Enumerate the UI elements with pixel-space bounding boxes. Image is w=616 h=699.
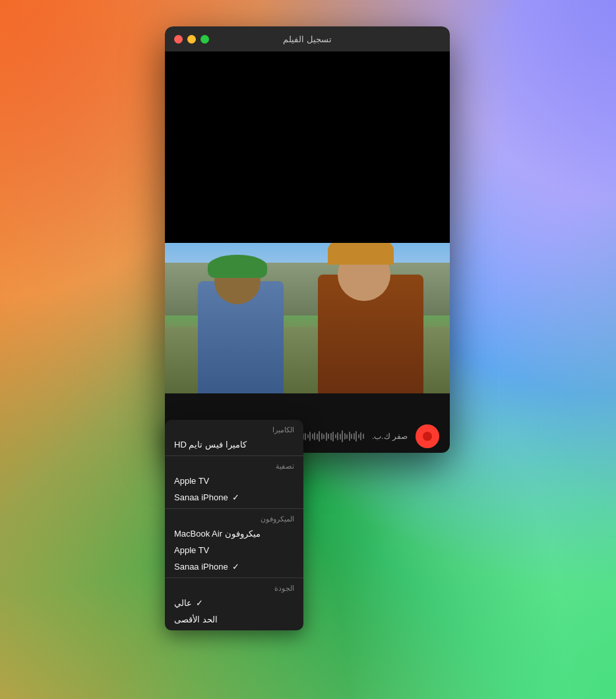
waveform-bar: [309, 432, 311, 441]
video-preview-black: [165, 51, 450, 243]
person-1-hat: [328, 243, 394, 265]
waveform-bar: [342, 430, 343, 442]
mic-section: الميكروفون ميكروفون MacBook Air Apple TV…: [165, 509, 303, 578]
record-button[interactable]: [416, 424, 439, 448]
video-bottom-bar: [165, 393, 450, 420]
waveform-bar: [319, 431, 320, 442]
waveform-bar: [317, 434, 318, 440]
waveform-bar: [314, 432, 315, 440]
waveform-bar: [363, 434, 364, 439]
video-inner: [165, 243, 450, 393]
camera-facetime-label: كاميرا فيس تايم HD: [174, 440, 247, 449]
waveform-bar: [323, 434, 324, 439]
menu-item-quality-high[interactable]: عالي: [165, 595, 303, 611]
quality-section: الجودة عالي الحد الأقصى: [165, 578, 303, 630]
menu-item-filter-sanaa[interactable]: Sanaa iPhone: [165, 489, 303, 506]
menu-item-mic-sanaa[interactable]: Sanaa iPhone: [165, 558, 303, 575]
filter-appletv-label: Apple TV: [174, 476, 209, 486]
waveform-bar: [355, 431, 357, 442]
titlebar: تسجيل الفيلم: [165, 26, 450, 51]
person-1: [305, 255, 437, 393]
quality-max-label: الحد الأقصى: [174, 615, 218, 624]
menu-item-mic-macbook[interactable]: ميكروفون MacBook Air: [165, 525, 303, 542]
filter-section: تصفية Apple TV Sanaa iPhone: [165, 456, 303, 509]
window-frame: تسجيل الفيلم: [165, 26, 450, 453]
record-icon: [423, 432, 432, 441]
mic-appletv-label: Apple TV: [174, 545, 209, 555]
waveform-bar: [326, 432, 327, 441]
quality-high-label: عالي: [174, 598, 192, 608]
camera-section: الكاميرا كاميرا فيس تايم HD: [165, 420, 303, 456]
menu-item-camera-facetime[interactable]: كاميرا فيس تايم HD: [165, 436, 303, 453]
waveform-bar: [321, 433, 323, 440]
menu-item-mic-appletv[interactable]: Apple TV: [165, 542, 303, 558]
waveform-bar: [330, 433, 332, 440]
filter-sanaa-label: Sanaa iPhone: [174, 492, 228, 502]
person-2-headwrap: [208, 255, 267, 278]
mic-macbook-label: ميكروفون MacBook Air: [174, 529, 261, 539]
waveform-bar: [349, 432, 350, 441]
dropdown-menu: الكاميرا كاميرا فيس تايم HD تصفية Apple …: [165, 420, 303, 630]
waveform-bar: [337, 432, 338, 440]
mic-section-header: الميكروفون: [165, 512, 303, 525]
menu-item-quality-max[interactable]: الحد الأقصى: [165, 611, 303, 628]
camera-section-header: الكاميرا: [165, 422, 303, 436]
waveform-bar: [354, 433, 355, 440]
quality-section-header: الجودة: [165, 581, 303, 595]
window-title: تسجيل الفيلم: [165, 34, 450, 44]
waveform-bar: [344, 433, 346, 440]
waveform-bar: [351, 434, 352, 439]
video-preview-content: [165, 243, 450, 393]
waveform-bar: [358, 434, 359, 438]
menu-item-filter-appletv[interactable]: Apple TV: [165, 473, 303, 489]
waveform-bar: [360, 432, 361, 440]
waveform-bar: [328, 434, 329, 439]
waveform-bar: [346, 434, 348, 439]
waveform-bar: [332, 432, 334, 442]
waveform-bar: [305, 433, 306, 440]
waveform-bar: [312, 434, 313, 439]
time-label: صفر ك.ب.: [372, 432, 408, 441]
waveform-bar: [340, 434, 341, 440]
filter-section-header: تصفية: [165, 459, 303, 473]
window-container: تسجيل الفيلم: [165, 26, 450, 453]
person-2: [191, 261, 297, 393]
waveform-bar: [335, 434, 336, 438]
mic-sanaa-label: Sanaa iPhone: [174, 562, 228, 572]
waveform-bar: [307, 434, 309, 438]
